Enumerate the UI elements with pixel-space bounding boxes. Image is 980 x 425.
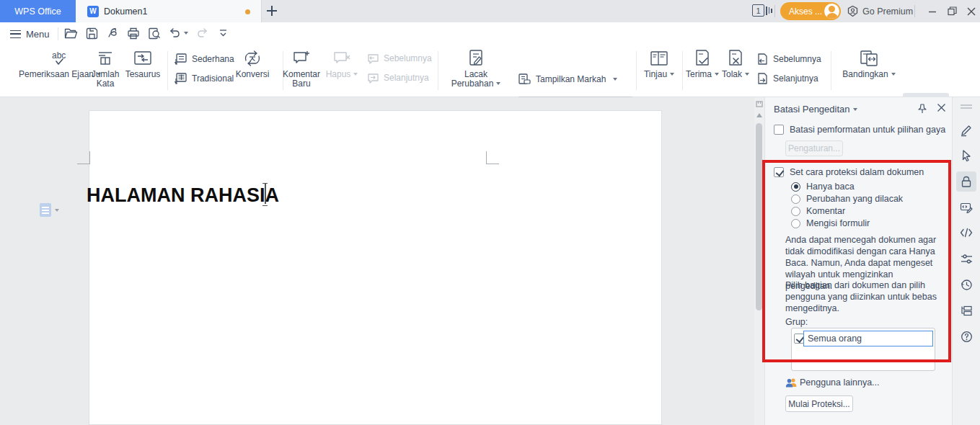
group-listbox[interactable]: Semua orang (791, 328, 935, 371)
sidebar-settings-sliders-button[interactable] (956, 249, 976, 269)
panel-title: Batasi Pengeditan (774, 104, 850, 115)
radio-read-only[interactable]: Hanya baca (791, 182, 855, 192)
print-button[interactable] (126, 26, 141, 40)
sidebar-drag-handle[interactable] (961, 104, 972, 109)
document-page[interactable] (89, 110, 662, 425)
print-preview-button[interactable] (147, 26, 162, 40)
thesaurus-button[interactable]: Tesaurus (123, 49, 163, 79)
word-count-button[interactable]: Jumlah Kata (88, 49, 123, 89)
new-comment-button[interactable]: Komentar Baru (281, 49, 322, 89)
restrict-formatting-checkbox[interactable] (774, 125, 784, 135)
restrict-formatting-checkbox-row[interactable]: Batasi pemformatan untuk pilihan gaya (774, 125, 945, 135)
radio-comments[interactable]: Komentar (791, 206, 845, 216)
comments-radio[interactable] (791, 207, 800, 216)
fill-forms-label: Mengisi formulir (806, 218, 870, 228)
scrollbar-thumb[interactable] (756, 123, 762, 310)
panel-title-dropdown[interactable]: Batasi Pengeditan (774, 104, 857, 115)
right-tool-sidebar (952, 97, 980, 425)
panel-title-caret (853, 108, 857, 111)
accept-change-button[interactable]: Terima (685, 49, 720, 79)
wps-writer-window: WPS Office W Dokumen1 1 Akses ... Go Pre… (0, 0, 980, 425)
window-count-value: 1 (752, 4, 764, 17)
reject-change-icon (727, 49, 744, 68)
convert-icon (243, 49, 262, 68)
sidebar-code-button[interactable] (956, 223, 976, 243)
reject-change-label: Tolak (722, 69, 742, 79)
compare-button[interactable]: Bandingkan (840, 49, 898, 79)
window-count-button[interactable]: 1 (752, 4, 772, 17)
save-icon (86, 27, 98, 40)
premium-label: Go Premium (862, 6, 913, 17)
previous-change-button[interactable]: Sebelumnya (756, 53, 821, 66)
everyone-checkbox[interactable] (794, 334, 804, 344)
scroll-up-arrow[interactable] (756, 113, 762, 117)
new-tab-button[interactable] (266, 5, 278, 17)
open-button[interactable] (63, 26, 78, 40)
next-change-button[interactable]: Selanjutnya (756, 72, 818, 85)
more-users-link[interactable]: Pengguna lainnya... (785, 377, 880, 388)
sidebar-select-cursor-button[interactable] (956, 146, 976, 166)
undo-button[interactable] (168, 26, 188, 40)
set-protection-checkbox[interactable] (774, 167, 784, 177)
sidebar-navigation-tree-button[interactable] (956, 300, 976, 321)
tracked-changes-radio[interactable] (791, 194, 800, 204)
sliders-icon (961, 254, 973, 264)
show-markup-button[interactable]: Tampilkan Markah (518, 73, 617, 85)
ruler-toggle-icon[interactable] (756, 100, 763, 109)
convert-button[interactable]: Konversi (234, 49, 270, 79)
track-changes-button[interactable]: Lacak Perubahan (442, 49, 510, 89)
sidebar-edit-pen-button[interactable] (956, 120, 976, 140)
title-bar: WPS Office W Dokumen1 1 Akses ... Go Pre… (0, 0, 980, 22)
quick-access-toolbar (63, 26, 230, 40)
close-button[interactable] (961, 0, 980, 22)
tracked-changes-label: Perubahan yang dilacak (806, 194, 903, 204)
word-count-label-1: Jumlah (92, 69, 120, 79)
next-change-icon (756, 72, 769, 85)
delete-comment-button[interactable]: Hapus (325, 49, 359, 79)
save-button[interactable] (84, 26, 99, 40)
document-tab[interactable]: W Dokumen1 (76, 0, 262, 22)
restore-button[interactable] (941, 0, 963, 22)
vertical-scrollbar[interactable] (754, 97, 764, 425)
reject-caret (745, 73, 749, 76)
fill-forms-radio[interactable] (791, 219, 800, 228)
wps-office-tab[interactable]: WPS Office (0, 0, 76, 22)
pin-panel-button[interactable] (917, 103, 930, 116)
menu-button[interactable]: Menu (10, 27, 50, 41)
reject-change-button[interactable]: Tolak (720, 49, 751, 79)
page-options-icon[interactable] (40, 203, 51, 217)
user-avatar (824, 4, 839, 19)
next-comment-button[interactable]: Selanjutnya (366, 72, 429, 84)
pen-icon (960, 124, 973, 137)
document-canvas[interactable]: HALAMAN RAHASIA (0, 97, 754, 425)
sidebar-restrict-lock-button[interactable] (956, 171, 976, 192)
minimize-button[interactable] (922, 0, 943, 22)
sidebar-help-button[interactable] (956, 326, 976, 346)
premium-badge-icon (847, 5, 859, 17)
radio-fill-forms[interactable]: Mengisi formulir (791, 218, 870, 228)
sidebar-history-button[interactable] (956, 274, 976, 295)
access-account-button[interactable]: Akses ... (780, 2, 841, 20)
read-only-radio[interactable] (791, 182, 800, 192)
simplified-chinese-button[interactable]: Sederhana (173, 53, 234, 66)
next-change-label: Selanjutnya (773, 73, 818, 84)
customize-toolbar-button[interactable] (216, 26, 230, 40)
everyone-item[interactable]: Semua orang (803, 331, 933, 346)
settings-button[interactable]: Pengaturan... (785, 140, 843, 156)
export-pdf-button[interactable] (105, 26, 120, 40)
sidebar-field-edit-button[interactable] (956, 197, 976, 218)
redo-button[interactable] (195, 26, 209, 40)
previous-comment-button[interactable]: Sebelumnya (366, 53, 432, 64)
traditional-chinese-button[interactable]: Tradisional (173, 72, 234, 85)
start-protection-button[interactable]: Mulai Proteksi... (785, 395, 853, 412)
close-panel-button[interactable] (937, 103, 950, 116)
review-pane-button[interactable]: Tinjau (640, 49, 678, 79)
more-users-label: Pengguna lainnya... (800, 377, 880, 388)
set-protection-checkbox-row[interactable]: Set cara proteksi dalam dokumen (774, 167, 924, 177)
margin-corner-mark-right (486, 151, 499, 164)
page-options-caret[interactable] (55, 209, 59, 212)
protection-description-2: Pilih bagian dari dokumen dan pilih peng… (785, 279, 943, 314)
history-clock-icon (961, 279, 973, 291)
radio-tracked-changes[interactable]: Perubahan yang dilacak (791, 194, 903, 204)
go-premium-button[interactable]: Go Premium (847, 3, 913, 19)
